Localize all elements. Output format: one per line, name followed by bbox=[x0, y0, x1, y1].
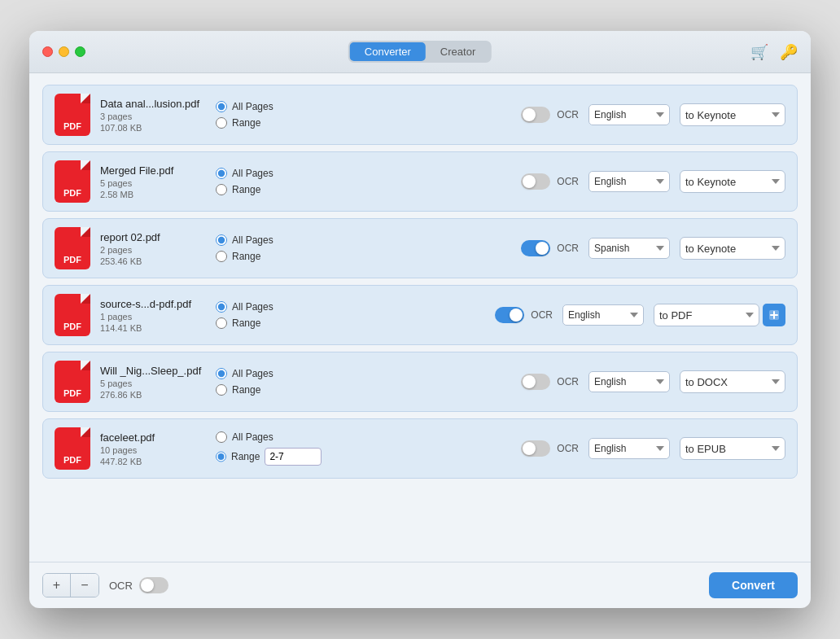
file-info: Will _Nig...Sleep_.pdf 5 pages 276.86 KB bbox=[100, 365, 206, 400]
range-option[interactable]: Range bbox=[216, 448, 313, 466]
ocr-label: OCR bbox=[557, 176, 579, 187]
maximize-button[interactable] bbox=[75, 46, 85, 57]
add-file-button[interactable]: + bbox=[43, 574, 71, 597]
global-ocr-toggle[interactable] bbox=[139, 577, 168, 593]
format-select[interactable]: to Keynoteto PDFto DOCXto EPUBto PowerPo… bbox=[680, 437, 785, 460]
tab-converter[interactable]: Converter bbox=[350, 42, 426, 61]
format-select-wrap: to Keynoteto PDFto DOCXto EPUBto PowerPo… bbox=[680, 437, 785, 460]
ocr-section: OCR bbox=[521, 173, 579, 190]
range-label: Range bbox=[232, 117, 260, 129]
minimize-button[interactable] bbox=[59, 46, 69, 57]
tab-group: Converter Creator bbox=[348, 41, 492, 63]
traffic-lights bbox=[42, 46, 85, 57]
file-pages: 3 pages bbox=[100, 112, 206, 121]
file-info: faceleet.pdf 10 pages 447.82 KB bbox=[100, 431, 206, 466]
page-options: All Pages Range bbox=[216, 431, 313, 466]
file-size: 114.41 KB bbox=[100, 323, 206, 333]
format-select[interactable]: to Keynoteto PDFto DOCXto EPUBto PowerPo… bbox=[680, 370, 785, 393]
close-button[interactable] bbox=[42, 46, 53, 57]
pdf-label: PDF bbox=[63, 255, 81, 265]
global-ocr-section: OCR bbox=[109, 577, 168, 593]
all-pages-label: All Pages bbox=[232, 301, 273, 313]
ocr-toggle[interactable] bbox=[521, 440, 550, 457]
range-radio[interactable] bbox=[216, 117, 227, 129]
file-size: 107.08 KB bbox=[100, 123, 206, 133]
range-label: Range bbox=[232, 384, 260, 396]
file-row: PDF Will _Nig...Sleep_.pdf 5 pages 276.8… bbox=[42, 352, 798, 412]
format-select[interactable]: to Keynoteto PDFto DOCXto EPUBto PowerPo… bbox=[680, 170, 785, 193]
format-select-wrap: to Keynoteto PDFto DOCXto EPUBto PowerPo… bbox=[680, 370, 785, 393]
file-pages: 10 pages bbox=[100, 445, 206, 455]
page-options: All Pages Range bbox=[216, 234, 313, 262]
all-pages-label: All Pages bbox=[232, 431, 273, 443]
file-pages: 5 pages bbox=[100, 178, 206, 188]
ocr-section: OCR bbox=[521, 107, 579, 123]
range-radio[interactable] bbox=[216, 317, 227, 329]
language-select[interactable]: EnglishSpanishFrenchGermanItalianPortugu… bbox=[588, 104, 670, 125]
add-remove-group: + − bbox=[42, 573, 99, 597]
all-pages-radio[interactable] bbox=[216, 431, 227, 443]
all-pages-option[interactable]: All Pages bbox=[216, 368, 313, 379]
ocr-label: OCR bbox=[557, 109, 579, 120]
format-select[interactable]: to Keynoteto PDFto DOCXto EPUBto PowerPo… bbox=[680, 237, 785, 260]
format-select-wrap: to Keynoteto PDFto DOCXto EPUBto PowerPo… bbox=[654, 304, 785, 326]
tab-creator[interactable]: Creator bbox=[426, 42, 490, 61]
range-option[interactable]: Range bbox=[216, 384, 313, 396]
language-select[interactable]: EnglishSpanishFrenchGermanItalianPortugu… bbox=[588, 371, 670, 392]
all-pages-radio[interactable] bbox=[216, 168, 227, 179]
range-radio[interactable] bbox=[216, 184, 227, 195]
range-label: Range bbox=[232, 251, 260, 262]
convert-button[interactable]: Convert bbox=[709, 572, 798, 598]
ocr-toggle[interactable] bbox=[521, 107, 550, 123]
titlebar: Converter Creator 🛒 🔑 bbox=[29, 31, 811, 73]
format-action-icon[interactable] bbox=[763, 304, 785, 326]
language-select[interactable]: EnglishSpanishFrenchGermanItalianPortugu… bbox=[588, 238, 670, 259]
range-input[interactable] bbox=[265, 448, 322, 466]
file-info: Data anal...lusion.pdf 3 pages 107.08 KB bbox=[100, 98, 206, 133]
language-select[interactable]: EnglishSpanishFrenchGermanItalianPortugu… bbox=[588, 438, 670, 459]
ocr-toggle[interactable] bbox=[521, 240, 550, 256]
all-pages-option[interactable]: All Pages bbox=[216, 431, 313, 443]
range-radio[interactable] bbox=[216, 451, 226, 462]
all-pages-option[interactable]: All Pages bbox=[216, 301, 313, 313]
page-options: All Pages Range bbox=[216, 301, 313, 329]
all-pages-radio[interactable] bbox=[216, 301, 227, 313]
range-option[interactable]: Range bbox=[216, 117, 313, 129]
range-option[interactable]: Range bbox=[216, 251, 313, 262]
range-option[interactable]: Range bbox=[216, 184, 313, 195]
file-row: PDF report 02.pdf 2 pages 253.46 KB All … bbox=[42, 218, 798, 278]
all-pages-option[interactable]: All Pages bbox=[216, 101, 313, 112]
format-select[interactable]: to Keynoteto PDFto DOCXto EPUBto PowerPo… bbox=[654, 304, 759, 326]
range-radio[interactable] bbox=[216, 384, 227, 396]
all-pages-option[interactable]: All Pages bbox=[216, 234, 313, 246]
all-pages-radio[interactable] bbox=[216, 234, 227, 246]
pdf-label: PDF bbox=[63, 388, 81, 398]
ocr-section: OCR bbox=[495, 307, 553, 323]
all-pages-option[interactable]: All Pages bbox=[216, 168, 313, 179]
pdf-icon: PDF bbox=[55, 427, 90, 470]
file-size: 447.82 KB bbox=[100, 457, 206, 466]
format-select[interactable]: to Keynoteto PDFto DOCXto EPUBto PowerPo… bbox=[680, 103, 785, 126]
bottom-bar: + − OCR Convert bbox=[29, 562, 811, 608]
settings-icon[interactable]: 🔑 bbox=[780, 43, 798, 61]
ocr-label: OCR bbox=[531, 309, 553, 321]
file-pages: 1 pages bbox=[100, 312, 206, 322]
language-select[interactable]: EnglishSpanishFrenchGermanItalianPortugu… bbox=[562, 304, 644, 326]
format-select-wrap: to Keynoteto PDFto DOCXto EPUBto PowerPo… bbox=[680, 237, 785, 260]
ocr-toggle[interactable] bbox=[495, 307, 524, 323]
ocr-toggle[interactable] bbox=[521, 374, 550, 390]
file-name: Merged File.pdf bbox=[100, 164, 206, 177]
file-name: Will _Nig...Sleep_.pdf bbox=[100, 365, 206, 377]
pdf-label: PDF bbox=[63, 455, 81, 465]
all-pages-radio[interactable] bbox=[216, 101, 227, 112]
file-name: report 02.pdf bbox=[100, 231, 206, 243]
language-select[interactable]: EnglishSpanishFrenchGermanItalianPortugu… bbox=[588, 171, 670, 192]
range-radio[interactable] bbox=[216, 251, 227, 262]
ocr-toggle[interactable] bbox=[521, 173, 550, 190]
all-pages-radio[interactable] bbox=[216, 368, 227, 379]
file-pages: 5 pages bbox=[100, 379, 206, 388]
global-ocr-label: OCR bbox=[109, 580, 133, 592]
remove-file-button[interactable]: − bbox=[71, 574, 98, 597]
range-option[interactable]: Range bbox=[216, 317, 313, 329]
cart-icon[interactable]: 🛒 bbox=[750, 43, 768, 61]
